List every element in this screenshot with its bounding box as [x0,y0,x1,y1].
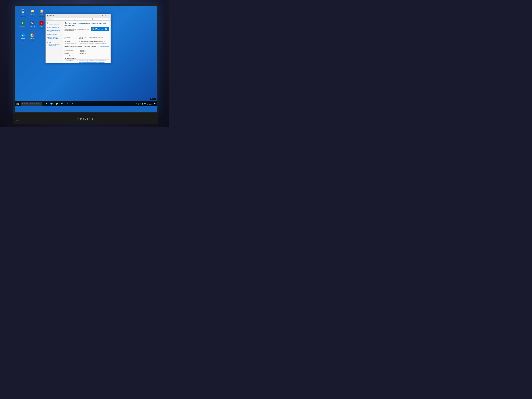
desktop-icons-area: 🖥️ Этот компьютер 📁 Домашний ПК 📋 Панель… [19,8,45,67]
taskbar-file-explorer[interactable]: 📁 [54,101,59,106]
tray-icons: ∧ 🌐 🔊 🔋 ENG [136,103,146,105]
computer-name-row: Имя компьютера: HOMECOMP [64,50,109,51]
window-main-content: Просмотр основных сведений о вашем компь… [63,21,111,63]
sidebar-remote-access[interactable]: ⚙ Настройка удалённого доступа [46,29,63,33]
desc-row: Описание: Домашний ПК [64,53,109,54]
taskbar-search-input[interactable] [24,103,41,104]
monitor-screen: 🖥️ Этот компьютер 📁 Домашний ПК 📋 Панель… [15,6,157,112]
nav-forward[interactable]: → [48,18,49,20]
tray-up-arrow[interactable]: ∧ [136,103,137,104]
section-sep-2 [64,45,109,45]
taskbar-separator-1 [43,102,43,106]
taskbar-mail[interactable]: ✉ [65,101,70,106]
taskbar-pinned-icons: ⧉ e 📁 🛍 ✉ ⚙ [44,101,75,106]
chrome-label: Google Chrome [29,38,36,41]
sidebar-device-manager[interactable]: ⚙ Диспетчер устройств [46,26,63,29]
address-nav: ← → ↑ [46,18,50,20]
window-controls: ─ □ ✕ [101,14,109,17]
windows10-logo: Windows 10 [91,27,109,31]
date-value: 14.04.2022 [147,104,152,105]
adobe-label: Adobe AcrobatDC [38,26,45,29]
adobe-icon: Ac [39,21,44,25]
sidebar-system-protection[interactable]: ⚙ Защита системы [46,33,63,36]
window-title-text: Система [50,15,101,16]
corner-notification: К архиву [150,98,156,100]
sidebar-home-icon: 🏠 [47,22,48,24]
taskbar-time[interactable]: 18:27 14.04.2022 [147,102,152,105]
desktop-icon-chrome[interactable]: Google Chrome [28,32,36,43]
system-window: 💻 Система ─ □ ✕ ← → ↑ [45,13,111,63]
monitor-bezel-bottom: 226V PHILIPS [13,113,158,124]
desktop: 🖥️ Этот компьютер 📁 Домашний ПК 📋 Панель… [15,6,157,106]
tray-language: ENG [144,103,146,104]
desktop-icon-home-pc[interactable]: 📁 Домашний ПК [28,8,36,19]
monitor-model: 226V [16,120,19,121]
taskbar-system-tray: ∧ 🌐 🔊 🔋 ENG 18:27 14.04.2022 💬 [136,102,157,105]
processor-row: Процессор: Intel(R) Pentium(R) CPU G860 … [64,37,109,38]
tray-volume[interactable]: 🔊 [139,103,141,105]
nav-up[interactable]: ↑ [50,18,50,20]
system-section-title: Система [64,34,109,36]
taskbar: 🔍 ⧉ e 📁 🛍 ✉ ⚙ [15,101,157,106]
window-sidebar: 🏠 Панель управления — домашняя страница … [46,21,63,63]
desktop-icon-adobe[interactable]: Ac Adobe AcrobatDC [38,20,45,31]
word-label: Word2019 [30,26,35,27]
window-address-bar: ← → ↑ 💻 Панель управления > Все элементы… [46,17,111,21]
computer-section-header: Имя компьютера, имя домена и параметры р… [64,46,109,50]
nav-back[interactable]: ← [46,18,48,20]
window-titlebar: 💻 Система ─ □ ✕ [46,14,111,17]
minimize-button[interactable]: ─ [101,14,104,17]
desktop-icon-excel[interactable]: X Excel 2019 [19,20,27,31]
taskbar-settings[interactable]: ⚙ [70,101,75,106]
sidebar-security-center[interactable]: 🛡 Центр безопасности и обслуживания [46,43,63,47]
monitor-outer: 🖥️ Этот компьютер 📁 Домашний ПК 📋 Панель… [0,0,169,127]
ram-row: Установленная память (ОЗУ): 8,00 ГБ [64,38,109,41]
taskbar-task-view[interactable]: ⧉ [44,101,49,106]
tray-battery[interactable]: 🔋 [141,103,143,105]
action-center-button[interactable]: 💬 [154,103,156,105]
desktop-icon-edge[interactable]: e Microsoft Edge [19,32,27,43]
monitor-frame: 🖥️ Этот компьютер 📁 Домашний ПК 📋 Панель… [13,4,158,113]
windows-section-title: Выпуск Windows [64,25,109,27]
control-panel-icon: 📋 [39,9,44,13]
taskbar-search-bar[interactable]: 🔍 [21,102,42,106]
input-row: Перо и сенсорный ввод: Перо и сенсорный … [64,43,109,44]
address-path: 💻 Панель управления > Все элементы панел… [51,18,92,20]
windows-edition-row: Windows 10 Pro [64,27,89,28]
taskbar-edge[interactable]: e [49,101,54,106]
sidebar-advanced-params[interactable]: ⚙ Дополнительные параметры системы [46,36,63,40]
sidebar-remote-icon: ⚙ [47,30,48,32]
workgroup-row: Рабочая группа: WORKGROUP [64,54,109,56]
close-button[interactable]: ✕ [107,14,109,17]
also-section-title: См. также [46,41,63,43]
chrome-icon [30,33,35,38]
desktop-icon-control-panel[interactable]: 📋 Панель управления [38,8,45,19]
excel-label: Excel 2019 [20,26,25,27]
home-pc-label: Домашний ПК [29,14,36,17]
window-body: 🏠 Панель управления — домашняя страница … [46,21,111,63]
monitor-brand: PHILIPS [77,117,94,120]
home-pc-icon: 📁 [30,9,35,13]
sidebar-advanced-icon: ⚙ [47,37,48,38]
address-search[interactable]: Поиск в панели управления 🔍 [92,18,110,20]
maximize-button[interactable]: □ [104,14,107,17]
taskbar-store[interactable]: 🛍 [60,101,64,106]
os-type-row: Тип системы: 64-разрядная операционная с… [64,41,109,42]
change-params-link[interactable]: 🖊 Изменить параметры [98,46,109,47]
tray-network[interactable]: 🌐 [138,103,139,105]
activation-status-row: Активация Windows выполнена Условия лице… [64,60,109,63]
my-computer-icon: 🖥️ [20,9,25,13]
sidebar-device-manager-icon: ⚙ [47,27,48,29]
desktop-icon-my-computer[interactable]: 🖥️ Этот компьютер [19,8,27,19]
control-panel-label: Панель управления [38,14,45,17]
windows-info-block: Windows 10 Pro © Корпорация Майкрософт (… [64,27,109,32]
word-icon: W [30,21,35,25]
my-computer-label: Этот компьютер [19,14,26,17]
sidebar-home-link[interactable]: 🏠 Панель управления — домашняя страница [46,22,63,25]
main-section-title: Просмотр основных сведений о вашем компь… [64,22,109,24]
sidebar-security-icon: 🛡 [47,44,48,45]
start-button[interactable] [15,101,20,106]
full-name-row: Полное имя: HOMECOMP [64,51,109,52]
desktop-icon-word[interactable]: W Word2019 [28,20,36,31]
window-title-icon: 💻 [47,15,49,17]
